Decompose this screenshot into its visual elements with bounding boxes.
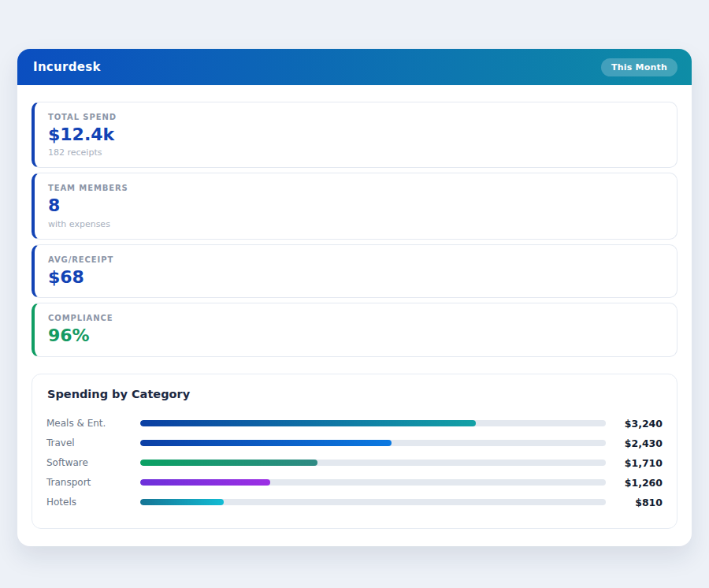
stat-sub: 182 receipts — [48, 147, 663, 158]
category-row-transport: Transport $1,260 — [46, 473, 663, 493]
category-bar-fill — [140, 460, 317, 466]
dashboard-panel: Incurdesk This Month TOTAL SPEND $12.4k … — [17, 49, 692, 546]
category-bar-track — [140, 499, 606, 505]
category-bar-fill — [140, 479, 270, 486]
category-row-travel: Travel $2,430 — [46, 434, 663, 453]
category-bar-track — [140, 460, 606, 466]
category-bar-track — [140, 440, 606, 446]
category-value: $3,240 — [606, 418, 663, 430]
stat-value: $12.4k — [48, 125, 663, 145]
app-header: Incurdesk This Month — [17, 49, 692, 85]
category-row-meals: Meals & Ent. $3,240 — [46, 414, 663, 434]
category-bar-track — [140, 479, 606, 486]
category-bar-fill — [140, 499, 224, 505]
app-title: Incurdesk — [33, 60, 101, 74]
category-bar-fill — [140, 440, 392, 446]
stat-value: 8 — [48, 195, 663, 216]
stat-label: COMPLIANCE — [48, 314, 663, 322]
stat-label: AVG/RECEIPT — [48, 255, 663, 264]
stat-card-avg-receipt: AVG/RECEIPT $68 — [32, 244, 677, 298]
category-value: $2,430 — [606, 437, 663, 449]
category-bar-track — [140, 420, 606, 426]
category-value: $1,260 — [606, 477, 663, 489]
category-label: Travel — [46, 437, 140, 448]
category-bar-fill — [140, 420, 476, 426]
category-label: Hotels — [46, 497, 140, 508]
stat-sub: with expenses — [48, 219, 663, 229]
category-value: $1,710 — [606, 457, 663, 469]
stat-value: $68 — [48, 267, 663, 288]
category-label: Meals & Ent. — [46, 418, 140, 429]
category-value: $810 — [606, 497, 663, 508]
spending-by-category-card: Spending by Category Meals & Ent. $3,240… — [32, 374, 677, 529]
category-label: Software — [46, 457, 140, 468]
dashboard-content: TOTAL SPEND $12.4k 182 receipts TEAM MEM… — [17, 85, 692, 546]
period-badge[interactable]: This Month — [601, 58, 677, 76]
stat-label: TEAM MEMBERS — [48, 184, 663, 192]
stat-value: 96% — [48, 326, 663, 346]
category-row-hotels: Hotels $810 — [46, 493, 663, 512]
stat-card-compliance: COMPLIANCE 96% — [32, 303, 677, 356]
category-row-software: Software $1,710 — [46, 453, 663, 473]
stat-label: TOTAL SPEND — [48, 113, 663, 121]
stat-card-total-spend: TOTAL SPEND $12.4k 182 receipts — [32, 102, 677, 168]
stat-card-team-members: TEAM MEMBERS 8 with expenses — [32, 173, 677, 239]
category-label: Transport — [46, 477, 140, 488]
category-card-title: Spending by Category — [47, 388, 663, 400]
